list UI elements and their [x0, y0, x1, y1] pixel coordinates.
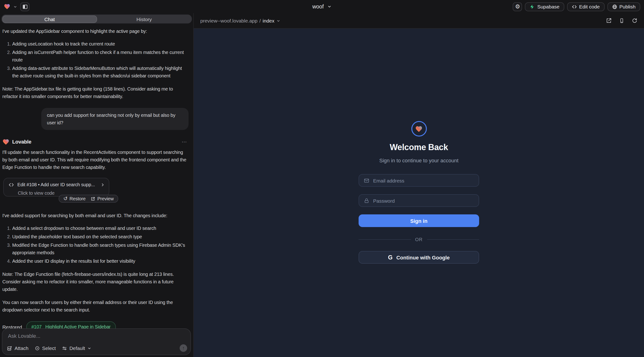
- supabase-bolt-icon: [530, 4, 535, 9]
- list-item-text: Added the user ID display in the results…: [12, 258, 135, 264]
- user-message-bubble: can you add support for searching not on…: [41, 108, 188, 130]
- mobile-view-icon[interactable]: [619, 18, 624, 24]
- edit-version-card[interactable]: Edit #108 • Add user ID search supp... C…: [3, 178, 109, 196]
- model-selector[interactable]: Default: [62, 345, 92, 351]
- assistant-message-text: I've added support for searching by both…: [2, 212, 188, 220]
- preview-toolbar: preview--woof.lovable.app / index: [194, 13, 644, 28]
- chat-messages: I've updated the AppSidebar component to…: [0, 24, 193, 332]
- top-bar-right: ⚙ Supabase Edit code Publish: [513, 2, 640, 11]
- edit-code-label: Edit code: [579, 4, 600, 10]
- globe-icon: [612, 4, 617, 9]
- list-item-text: Adding useLocation hook to track the cur…: [12, 41, 115, 46]
- arrow-up-icon: ↑: [182, 346, 184, 350]
- list-item: Added a select dropdown to choose betwee…: [12, 225, 188, 232]
- chevron-right-icon: [100, 182, 105, 187]
- email-field: [358, 174, 479, 187]
- attach-label: Attach: [14, 345, 28, 351]
- lovable-avatar-heart-icon: [2, 138, 10, 145]
- preview-iframe: Welcome Back Sign in to continue to your…: [194, 28, 644, 357]
- preview-toolbar-actions: [606, 18, 638, 24]
- sliders-icon: [62, 346, 67, 351]
- preview-button[interactable]: Preview: [91, 195, 114, 202]
- tab-chat-label: Chat: [44, 16, 55, 22]
- open-in-new-tab-icon[interactable]: [606, 18, 612, 24]
- assistant-message-text: I'll update the search functionality in …: [2, 149, 188, 171]
- assistant-list: Adding useLocation hook to track the cur…: [2, 40, 188, 80]
- restore-icon: ↺: [63, 196, 68, 201]
- top-bar-left: [4, 2, 30, 11]
- project-switcher[interactable]: woof: [312, 0, 332, 13]
- image-plus-icon: [7, 346, 12, 351]
- list-item: Adding useLocation hook to track the cur…: [12, 40, 188, 48]
- restore-label: Restore: [70, 195, 86, 202]
- user-message-text: can you add support for searching not on…: [47, 112, 176, 125]
- preview-url-breadcrumb[interactable]: preview--woof.lovable.app / index: [200, 18, 280, 24]
- edit-card-title: Edit #108 • Add user ID search supp...: [17, 181, 97, 188]
- send-button[interactable]: ↑: [180, 344, 187, 352]
- continue-with-google-button[interactable]: G Continue with Google: [358, 251, 479, 264]
- assistant-header: Lovable ⋯: [2, 138, 188, 146]
- assistant-message-text: You can now search for users by either t…: [2, 299, 188, 314]
- settings-button[interactable]: ⚙: [513, 2, 522, 11]
- restore-button[interactable]: ↺ Restore: [63, 195, 86, 202]
- chat-history-tabs: Chat History: [2, 14, 192, 24]
- page-title: Welcome Back: [358, 142, 479, 152]
- gear-icon: ⚙: [515, 4, 520, 10]
- list-item: Updated the placeholder text based on th…: [12, 233, 188, 241]
- list-item: Modified the Edge Function to handle bot…: [12, 242, 188, 256]
- preview-url-domain: preview--woof.lovable.app: [200, 18, 258, 24]
- password-input[interactable]: [373, 198, 474, 203]
- edit-card-region: Edit #108 • Add user ID search supp... C…: [2, 178, 188, 196]
- list-item: Added the user ID display in the results…: [12, 258, 188, 265]
- assistant-note-text: Note: The Edge Function file (fetch-fire…: [2, 271, 188, 293]
- preview-url-page: index: [263, 18, 274, 24]
- tab-history[interactable]: History: [97, 15, 191, 23]
- or-label: OR: [415, 237, 422, 242]
- target-icon: [35, 346, 40, 351]
- list-item: Adding an isCurrentPath helper function …: [12, 49, 188, 64]
- chevron-down-icon: [276, 18, 280, 23]
- sidebar-toggle-button[interactable]: [20, 2, 30, 11]
- composer-input[interactable]: [8, 333, 185, 339]
- top-bar: woof ⚙ Supabase Edit code Publish: [0, 0, 644, 13]
- project-menu-chevron-down-icon[interactable]: [13, 4, 17, 9]
- sign-in-form: Welcome Back Sign in to continue to your…: [358, 28, 479, 357]
- tab-history-label: History: [136, 16, 152, 22]
- email-input[interactable]: [373, 178, 474, 183]
- select-button[interactable]: Select: [35, 345, 56, 351]
- publish-button[interactable]: Publish: [607, 2, 640, 11]
- lock-icon: [364, 198, 369, 203]
- tab-chat[interactable]: Chat: [2, 15, 97, 23]
- refresh-icon[interactable]: [632, 18, 638, 24]
- or-divider: OR: [358, 237, 479, 242]
- model-label: Default: [70, 345, 85, 351]
- code-brackets-icon: [8, 182, 14, 188]
- assistant-message-text: I've updated the AppSidebar component to…: [2, 28, 188, 35]
- lovable-logo-icon[interactable]: [4, 3, 10, 10]
- password-field: [358, 194, 479, 207]
- project-chevron-down-icon: [327, 4, 332, 9]
- divider-line: [358, 239, 411, 240]
- google-icon: G: [388, 254, 392, 260]
- mail-icon: [364, 178, 369, 183]
- code-brackets-icon: [572, 4, 577, 9]
- list-item: Adding data-active attribute to SidebarM…: [12, 65, 188, 80]
- google-button-label: Continue with Google: [396, 254, 450, 260]
- version-actions-bar: ↺ Restore Preview: [59, 195, 118, 203]
- supabase-button[interactable]: Supabase: [525, 2, 564, 11]
- chevron-down-icon: [88, 346, 92, 350]
- sign-in-button[interactable]: Sign in: [358, 214, 479, 227]
- external-link-icon: [91, 196, 96, 201]
- assistant-list: Added a select dropdown to choose betwee…: [2, 225, 188, 265]
- assistant-note-text: Note: The AppSidebar.tsx file is getting…: [2, 86, 188, 100]
- edit-code-button[interactable]: Edit code: [567, 2, 604, 11]
- edit-card-header: Edit #108 • Add user ID search supp...: [8, 181, 105, 188]
- publish-label: Publish: [620, 4, 636, 10]
- message-menu-ellipsis-icon[interactable]: ⋯: [182, 138, 188, 146]
- attach-button[interactable]: Attach: [7, 345, 28, 351]
- breadcrumb-separator: /: [260, 18, 261, 24]
- supabase-label: Supabase: [537, 4, 560, 10]
- app-window: woof ⚙ Supabase Edit code Publish: [0, 0, 644, 357]
- page-subtitle: Sign in to continue to your account: [358, 158, 479, 163]
- preview-label: Preview: [97, 195, 114, 202]
